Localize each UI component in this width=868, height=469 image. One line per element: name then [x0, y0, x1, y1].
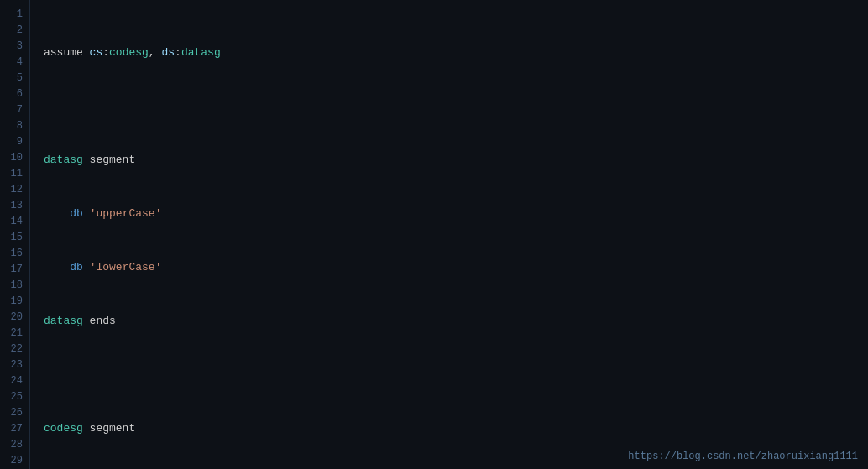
line-num-20: 20: [0, 310, 29, 326]
code-line-1: assume cs:codesg, ds:datasg: [44, 44, 868, 60]
line-num-3: 3: [0, 39, 29, 55]
line-num-11: 11: [0, 166, 29, 182]
line-num-29: 29: [0, 453, 29, 469]
line-num-22: 22: [0, 341, 29, 357]
footer-url: https://blog.csdn.net/zhaoruixiang1111: [628, 451, 858, 462]
line-num-28: 28: [0, 437, 29, 453]
line-numbers: 1 2 3 4 5 6 7 8 9 10 11 12 13 14 15 16 1…: [0, 0, 30, 469]
code-editor: 1 2 3 4 5 6 7 8 9 10 11 12 13 14 15 16 1…: [0, 0, 868, 469]
code-line-8: codesg segment: [44, 420, 868, 436]
line-num-12: 12: [0, 182, 29, 198]
line-num-23: 23: [0, 357, 29, 373]
line-num-10: 10: [0, 150, 29, 166]
line-num-13: 13: [0, 198, 29, 214]
line-num-19: 19: [0, 294, 29, 310]
line-num-7: 7: [0, 102, 29, 118]
line-num-16: 16: [0, 246, 29, 262]
code-line-2: [44, 98, 868, 114]
code-line-3: datasg segment: [44, 152, 868, 168]
line-num-15: 15: [0, 230, 29, 246]
line-num-24: 24: [0, 373, 29, 389]
line-num-2: 2: [0, 23, 29, 39]
code-line-5: db 'lowerCase': [44, 259, 868, 275]
line-num-18: 18: [0, 278, 29, 294]
line-num-14: 14: [0, 214, 29, 230]
code-content[interactable]: assume cs:codesg, ds:datasg datasg segme…: [30, 0, 868, 469]
line-num-4: 4: [0, 55, 29, 70]
line-num-26: 26: [0, 405, 29, 421]
code-line-7: [44, 367, 868, 383]
code-line-6: datasg ends: [44, 313, 868, 329]
line-num-27: 27: [0, 421, 29, 437]
line-num-8: 8: [0, 118, 29, 134]
line-num-17: 17: [0, 262, 29, 278]
line-num-5: 5: [0, 70, 29, 86]
line-num-6: 6: [0, 86, 29, 102]
line-num-9: 9: [0, 134, 29, 150]
line-num-21: 21: [0, 326, 29, 341]
code-line-4: db 'upperCase': [44, 206, 868, 221]
line-num-1: 1: [0, 7, 29, 23]
code-area: 1 2 3 4 5 6 7 8 9 10 11 12 13 14 15 16 1…: [0, 0, 868, 469]
line-num-25: 25: [0, 389, 29, 405]
